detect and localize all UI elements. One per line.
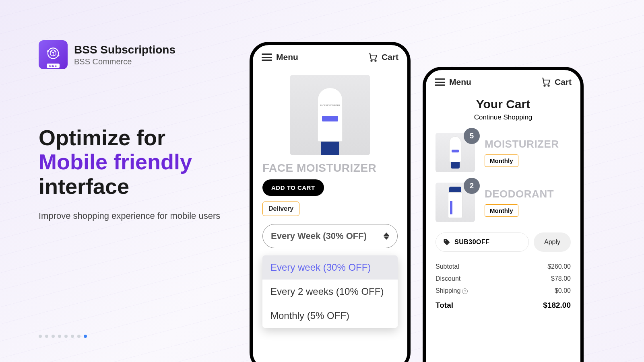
carousel-dot[interactable]: [58, 335, 61, 338]
continue-shopping-link[interactable]: Continue Shopping: [436, 113, 571, 121]
delivery-badge[interactable]: Delivery: [262, 202, 299, 216]
cart-phone-mock: Menu Cart Your Cart Continue Shopping 5 …: [423, 67, 584, 362]
frequency-dropdown: Every week (30% OFF) Every 2 weeks (10% …: [262, 255, 398, 328]
carousel-dot[interactable]: [45, 335, 48, 338]
shipping-label: Shipping: [436, 287, 460, 294]
carousel-dot[interactable]: [71, 335, 74, 338]
subtotal-label: Subtotal: [436, 263, 459, 270]
add-to-cart-button[interactable]: ADD TO CART: [262, 179, 324, 196]
cart-icon: [541, 77, 551, 87]
hamburger-icon: [262, 53, 272, 61]
discount-label: Discount: [436, 275, 460, 282]
svg-point-3: [371, 60, 372, 62]
carousel-dot-active[interactable]: [84, 335, 87, 338]
brand-logo-icon: BSS: [39, 40, 68, 69]
svg-point-6: [548, 85, 549, 86]
frequency-selected-label: Every Week (30% OFF): [271, 231, 367, 241]
tag-icon: [443, 239, 450, 246]
frequency-option[interactable]: Every 2 weeks (10% OFF): [262, 280, 398, 304]
carousel-dot[interactable]: [64, 335, 68, 338]
brand-header: BSS BSS Subscriptions BSS Commerce: [39, 40, 232, 69]
cart-item: 2 DEODORANT Monthly: [436, 183, 571, 222]
product-image: FACE MOISTURIZER: [290, 75, 370, 155]
brand-bss-badge: BSS: [47, 64, 59, 68]
order-totals: Subtotal$260.00 Discount$78.00 Shipping?…: [436, 261, 571, 312]
cart-title: Your Cart: [436, 97, 571, 111]
cart-item-thumb: 5: [436, 133, 475, 172]
promo-code-input[interactable]: SUB30OFF: [436, 232, 529, 252]
carousel-dot[interactable]: [77, 335, 80, 338]
headline: Optimize for Mobile friendly interface: [39, 125, 232, 198]
discount-value: $78.00: [551, 275, 571, 282]
cart-button[interactable]: Cart: [368, 52, 398, 62]
hamburger-icon: [435, 78, 445, 86]
svg-marker-1: [47, 50, 48, 53]
shipping-value: $0.00: [555, 287, 571, 294]
brand-title: BSS Subscriptions: [74, 43, 175, 56]
product-phone-mock: Menu Cart FACE MOISTURIZER FACE MOISTURI…: [250, 42, 411, 362]
carousel-dot[interactable]: [52, 335, 55, 338]
brand-subtitle: BSS Commerce: [74, 57, 175, 66]
svg-point-5: [544, 85, 545, 86]
frequency-badge: Monthly: [485, 154, 518, 167]
help-icon[interactable]: ?: [462, 288, 468, 294]
product-title: FACE MOISTURIZER: [262, 162, 398, 175]
apply-button[interactable]: Apply: [534, 232, 571, 252]
total-value: $182.00: [543, 301, 571, 310]
cart-item-thumb: 2: [436, 183, 475, 222]
cart-button[interactable]: Cart: [541, 77, 572, 87]
cart-item-name: MOISTURIZER: [485, 138, 571, 150]
cart-item: 5 MOISTURIZER Monthly: [436, 133, 571, 172]
cart-icon: [368, 52, 378, 62]
svg-marker-2: [58, 54, 60, 57]
carousel-dot[interactable]: [39, 335, 42, 338]
quantity-badge: 2: [464, 178, 480, 194]
carousel-dots[interactable]: [39, 335, 87, 338]
frequency-option[interactable]: Monthly (5% OFF): [262, 304, 398, 328]
svg-point-4: [375, 60, 376, 62]
stepper-icon: [384, 232, 389, 240]
total-label: Total: [436, 301, 453, 310]
frequency-badge: Monthly: [485, 204, 518, 217]
subtotal-value: $260.00: [547, 263, 571, 270]
menu-button[interactable]: Menu: [435, 77, 471, 87]
frequency-option[interactable]: Every week (30% OFF): [262, 255, 398, 280]
quantity-badge: 5: [464, 128, 480, 144]
frequency-select[interactable]: Every Week (30% OFF): [262, 224, 398, 248]
cart-item-name: DEODORANT: [485, 188, 571, 200]
menu-button[interactable]: Menu: [262, 52, 298, 62]
subheadline: Improve shopping experience for mobile u…: [39, 210, 232, 222]
